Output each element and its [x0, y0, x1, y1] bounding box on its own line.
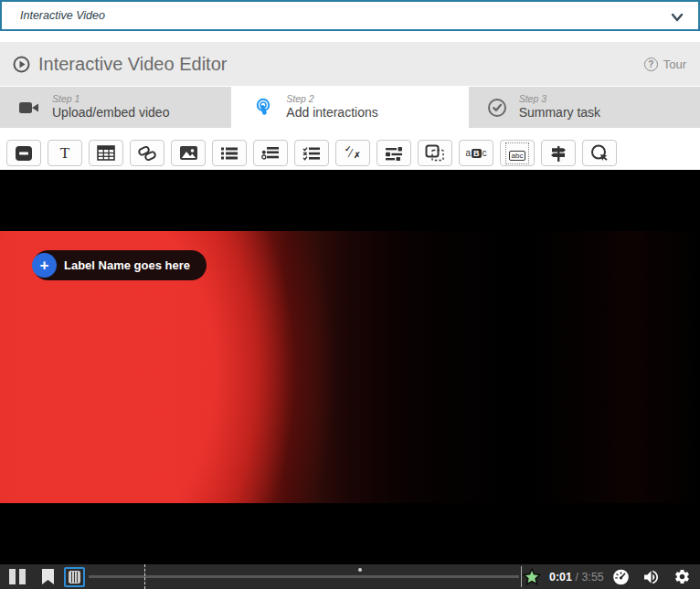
plus-circle-icon: +	[32, 253, 57, 278]
true-false-tool-button[interactable]: ✓ ⁄ ✗	[335, 140, 370, 166]
label-icon	[14, 145, 34, 162]
volume-button[interactable]	[642, 568, 661, 586]
tour-button[interactable]: ? Tour	[644, 42, 686, 86]
tap-interaction-icon	[252, 97, 274, 119]
tour-label: Tour	[663, 58, 686, 71]
video-stage: Label Name goes here +	[0, 170, 700, 564]
link-icon	[137, 144, 157, 163]
true-false-icon: ✓ ⁄ ✗	[344, 145, 362, 162]
bookmark-button[interactable]	[42, 569, 54, 584]
multi-choice-tool-button[interactable]	[294, 140, 329, 166]
tab-step-label: Upload/embed video	[52, 105, 169, 121]
label-pill: Label Name goes here	[33, 250, 207, 280]
navigation-hotspot-icon	[589, 143, 610, 163]
mark-words-icon: aBc	[465, 148, 486, 158]
label-text: Label Name goes here	[64, 258, 190, 272]
signpost-icon	[549, 144, 567, 163]
tab-step-label: Add interactions	[286, 105, 377, 121]
video-camera-icon	[18, 100, 40, 116]
pause-icon	[19, 569, 26, 584]
label-interaction[interactable]: Label Name goes here +	[33, 250, 207, 280]
page-title: Interactive Video Editor	[38, 54, 227, 75]
editor-header: Interactive Video Editor ? Tour	[0, 42, 700, 86]
tab-upload-embed-video[interactable]: Step 1 Upload/embed video	[0, 87, 231, 128]
drag-drop-icon	[425, 144, 445, 162]
drag-drop-tool-button[interactable]	[418, 140, 452, 166]
check-circle-icon	[487, 98, 507, 118]
interactions-menu-icon	[69, 571, 80, 584]
table-tool-button[interactable]	[89, 140, 123, 166]
tab-step-number: Step 1	[52, 93, 169, 105]
library-title: Interactive Video	[20, 9, 105, 22]
chevron-down-icon[interactable]	[669, 9, 685, 26]
radio-list-icon	[261, 146, 280, 161]
bullet-list-icon	[220, 146, 239, 161]
interaction-timeline-dot[interactable]	[358, 568, 362, 572]
interactive-video-editor-page: Interactive Video Interactive Video Edit…	[0, 0, 700, 589]
question-circle-icon: ?	[644, 58, 658, 71]
interaction-toolbar: T	[0, 128, 700, 170]
image-icon	[179, 145, 198, 161]
time-display: 0:01 / 3:55	[549, 571, 604, 584]
pause-button[interactable]	[9, 569, 27, 584]
crossroads-tool-button[interactable]	[541, 140, 576, 166]
sliders-icon	[385, 146, 403, 161]
table-icon	[97, 145, 115, 161]
library-collapse-bar[interactable]: Interactive Video	[0, 0, 700, 31]
time-separator: /	[572, 571, 581, 584]
hotspot-tool-button[interactable]	[582, 140, 617, 166]
text-tool-button[interactable]: T	[48, 140, 82, 166]
interactions-menu-button[interactable]	[64, 567, 85, 587]
endscreen-star-icon[interactable]	[523, 568, 541, 585]
quality-settings-button[interactable]	[673, 568, 691, 585]
image-tool-button[interactable]	[171, 140, 206, 166]
bookmark-marker-line	[144, 564, 145, 589]
mark-words-tool-button[interactable]: aBc	[459, 140, 493, 166]
tab-step-label: Summary task	[519, 105, 600, 121]
total-duration: 3:55	[581, 571, 603, 584]
step-tabs: Step 1 Upload/embed video Step 2 Add int…	[0, 87, 700, 128]
playback-rate-button[interactable]	[611, 568, 631, 586]
link-tool-button[interactable]	[130, 140, 164, 166]
tab-add-interactions[interactable]: Step 2 Add interactions	[234, 87, 465, 128]
text-icon: T	[60, 144, 69, 163]
statements-tool-button[interactable]	[212, 140, 247, 166]
label-tool-button[interactable]	[6, 140, 41, 166]
drag-text-tool-button[interactable]: abc	[500, 140, 535, 166]
tab-step-number: Step 2	[286, 93, 377, 105]
pause-icon	[9, 569, 16, 584]
play-circle-icon	[13, 56, 30, 73]
player-controls: 0:01 / 3:55	[0, 564, 700, 589]
tab-step-number: Step 3	[519, 93, 600, 105]
timeline-end-divider	[521, 566, 522, 587]
tab-summary-task[interactable]: Step 3 Summary task	[469, 87, 700, 128]
seek-bar[interactable]	[89, 575, 519, 578]
drag-text-icon: abc	[505, 142, 530, 164]
check-list-icon	[302, 146, 321, 161]
current-time: 0:01	[549, 571, 572, 584]
single-choice-tool-button[interactable]	[253, 140, 288, 166]
fill-blanks-tool-button[interactable]	[377, 140, 411, 166]
